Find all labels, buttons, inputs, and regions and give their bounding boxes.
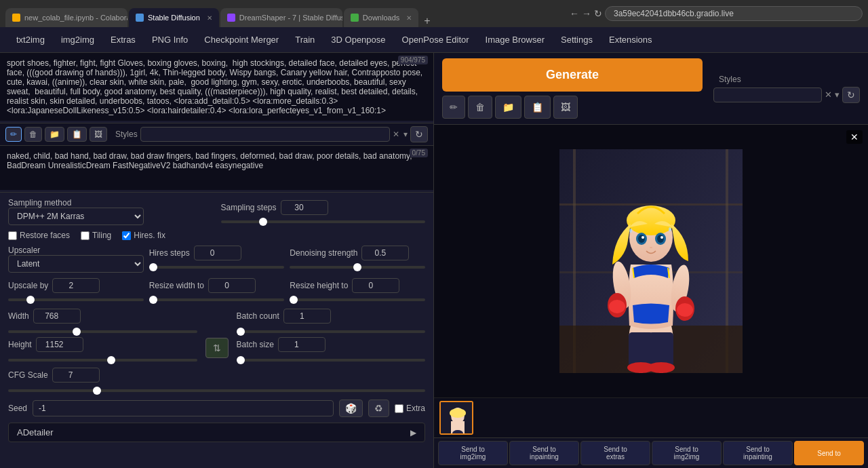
browser-forward-button[interactable]: →	[582, 8, 591, 19]
nav-png-info[interactable]: PNG Info	[144, 29, 196, 50]
resize-w-input[interactable]	[208, 278, 256, 293]
image-icon-button[interactable]: 🖼	[90, 127, 107, 142]
seed-input[interactable]	[33, 400, 334, 416]
folder-button[interactable]: 📁	[45, 127, 64, 142]
sampling-method-select[interactable]: DPM++ 2M Karras	[8, 208, 144, 225]
adetailer-chevron: ▶	[410, 428, 416, 437]
nav-txt2img[interactable]: txt2img	[8, 29, 53, 50]
extra-input[interactable]	[395, 404, 403, 413]
trash-button[interactable]: 🗑	[24, 127, 42, 142]
height-input[interactable]	[36, 337, 83, 352]
pencil-button[interactable]: ✏	[5, 127, 22, 142]
dimensions-col: Width Height	[8, 309, 197, 364]
hires-steps-input[interactable]	[194, 246, 241, 260]
upscaler-select[interactable]: Latent	[8, 255, 144, 273]
styles-input[interactable]	[140, 127, 390, 142]
address-bar[interactable]	[605, 6, 863, 21]
batch-count-slider[interactable]	[237, 330, 426, 333]
upscale-by-col: Upscale by	[8, 278, 144, 303]
gen-folder-button[interactable]: 📁	[495, 96, 521, 119]
tab-downloads[interactable]: Downloads ✕	[344, 8, 418, 27]
new-tab-button[interactable]: +	[420, 15, 434, 27]
hires-fix-input[interactable]	[122, 231, 131, 240]
denoising-input[interactable]	[361, 246, 409, 260]
tiling-input[interactable]	[81, 231, 90, 240]
browser-refresh-button[interactable]: ↻	[594, 8, 602, 19]
batch-size-input[interactable]	[278, 337, 326, 352]
close-image-button[interactable]: ✕	[846, 130, 863, 144]
browser-back-button[interactable]: ←	[570, 8, 579, 19]
nav-extras[interactable]: Extras	[102, 29, 144, 50]
thumbnail-0[interactable]	[439, 401, 473, 435]
nav-img2img[interactable]: img2img	[53, 29, 102, 50]
right-panel: Generate ✏ 🗑 📁 📋 🖼 Styles ✕ ▾ ↻	[434, 53, 868, 468]
image-area: ✕	[434, 125, 868, 468]
batch-size-slider[interactable]	[237, 359, 426, 362]
action-buttons-row: Send toimg2img Send toinpainting Send to…	[434, 437, 868, 468]
nav-extensions[interactable]: Extensions	[601, 29, 660, 50]
favicon-sd	[136, 14, 144, 22]
resize-w-slider[interactable]	[149, 298, 285, 301]
nav-image-browser[interactable]: Image Browser	[477, 29, 553, 50]
restore-faces-input[interactable]	[8, 231, 17, 240]
hires-fix-checkbox[interactable]: Hires. fix	[122, 231, 165, 240]
styles-dropdown[interactable]: ▾	[403, 130, 408, 139]
tab-dream[interactable]: DreamShaper - 7 | Stable Diffus... ✕	[220, 8, 342, 27]
gen-clipboard-button[interactable]: 📋	[524, 96, 551, 119]
nav-train[interactable]: Train	[287, 29, 323, 50]
restore-faces-checkbox[interactable]: Restore faces	[8, 231, 70, 240]
action-btn-extras[interactable]: Send toextras	[580, 441, 650, 465]
width-slider[interactable]	[8, 330, 197, 333]
action-btn-img2img2[interactable]: Send toimg2img	[652, 441, 722, 465]
sampling-steps-slider[interactable]	[221, 220, 426, 223]
generate-button[interactable]: Generate	[442, 58, 703, 92]
styles-right-input[interactable]	[713, 87, 822, 102]
clipboard-button[interactable]: 📋	[67, 127, 87, 142]
swap-dimensions-button[interactable]: ⇅	[205, 338, 229, 358]
negative-prompt-input[interactable]: naked, child, bad hand, bad draw, bad dr…	[0, 146, 433, 190]
gen-trash-button[interactable]: 🗑	[468, 96, 492, 119]
upscale-by-slider[interactable]	[8, 298, 144, 301]
hires-fix-label: Hires. fix	[134, 231, 165, 240]
styles-refresh-button[interactable]: ↻	[410, 126, 428, 142]
tab-sd-close[interactable]: ✕	[207, 14, 212, 22]
adetailer-row[interactable]: ADetailer ▶	[8, 423, 425, 442]
upscale-by-input[interactable]	[52, 278, 100, 293]
styles-clear[interactable]: ✕	[393, 130, 399, 139]
cfg-slider[interactable]	[8, 389, 425, 392]
left-panel: sport shoes, fighter, fight, fight Glove…	[0, 53, 434, 468]
styles-right-dropdown[interactable]: ▾	[835, 90, 840, 100]
gen-image-button[interactable]: 🖼	[553, 96, 578, 119]
resize-h-slider[interactable]	[290, 298, 425, 301]
extra-checkbox[interactable]: Extra	[395, 404, 425, 413]
tiling-checkbox[interactable]: Tiling	[81, 231, 111, 240]
nav-settings[interactable]: Settings	[553, 29, 601, 50]
nav-openpose-editor[interactable]: OpenPose Editor	[394, 29, 477, 50]
action-btn-send-to[interactable]: Send to	[794, 441, 864, 465]
action-btn-img2img[interactable]: Send toimg2img	[438, 441, 508, 465]
sampling-steps-input[interactable]	[281, 200, 328, 215]
resize-h-input[interactable]	[352, 278, 399, 293]
styles-right-refresh[interactable]: ↻	[842, 87, 860, 103]
tab-colab[interactable]: new_colab_file.ipynb - Colabora... ✕	[5, 8, 127, 27]
svg-point-21	[657, 235, 664, 243]
action-btn-inpainting[interactable]: Send toinpainting	[509, 441, 579, 465]
gen-pencil-button[interactable]: ✏	[442, 96, 465, 119]
positive-prompt-input[interactable]: sport shoes, fighter, fight, fight Glove…	[0, 53, 433, 121]
tab-downloads-close[interactable]: ✕	[406, 14, 412, 22]
denoising-slider[interactable]	[290, 266, 425, 269]
hires-steps-slider[interactable]	[149, 266, 285, 269]
width-input[interactable]	[33, 309, 81, 324]
batch-count-input[interactable]	[283, 309, 331, 324]
styles-right-clear[interactable]: ✕	[825, 90, 832, 100]
styles-label: Styles	[115, 130, 138, 139]
seed-random-button[interactable]: 🎲	[339, 399, 363, 417]
seed-recycle-button[interactable]: ♻	[368, 399, 389, 417]
cfg-input[interactable]	[52, 368, 100, 383]
gen-icons-row: ✏ 🗑 📁 📋 🖼	[442, 96, 703, 119]
tab-sd[interactable]: Stable Diffusion ✕	[129, 8, 219, 27]
nav-3d-openpose[interactable]: 3D Openpose	[323, 29, 393, 50]
height-slider[interactable]	[8, 359, 197, 362]
action-btn-inpainting2[interactable]: Send toinpainting	[723, 441, 793, 465]
nav-checkpoint[interactable]: Checkpoint Merger	[196, 29, 287, 50]
